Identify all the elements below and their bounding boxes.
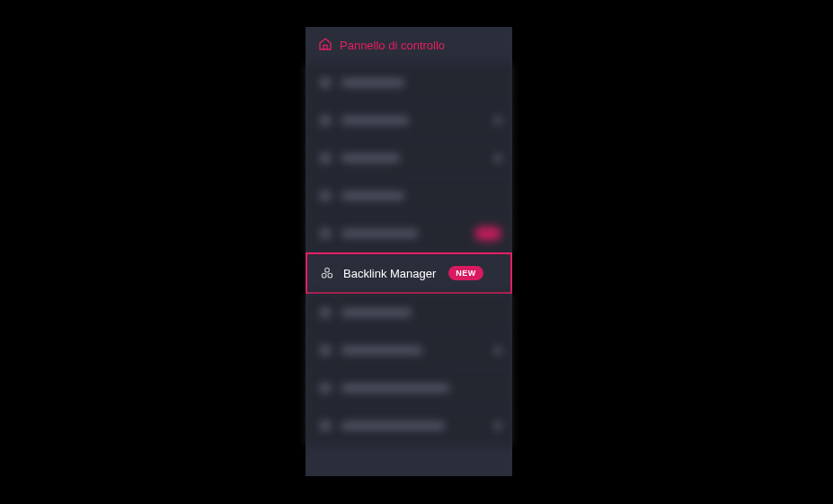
sidebar-item-label [341, 308, 412, 317]
svg-point-0 [325, 268, 330, 272]
sidebar-item-label [341, 191, 404, 200]
generic-icon [318, 419, 332, 433]
sidebar-item-label [341, 116, 409, 125]
sidebar-item-label [341, 154, 400, 163]
sidebar-item-blurred[interactable] [306, 177, 512, 215]
sidebar-home-label: Pannello di controllo [340, 39, 445, 52]
svg-point-2 [328, 273, 332, 278]
chevron-icon [494, 154, 501, 163]
svg-point-1 [322, 273, 326, 278]
generic-icon [318, 189, 332, 203]
generic-icon [318, 305, 332, 320]
sidebar-item-blurred[interactable] [306, 139, 512, 177]
new-badge [474, 226, 501, 241]
sidebar-item-blurred[interactable] [306, 369, 512, 407]
generic-icon [318, 75, 332, 90]
sidebar-home-link[interactable]: Pannello di controllo [306, 27, 512, 64]
sidebar-item-blurred[interactable] [306, 215, 512, 252]
sidebar-item-backlink-manager[interactable]: Backlink Manager NEW [306, 252, 512, 294]
sidebar-item-label [341, 384, 449, 393]
sidebar-navigation: Pannello di controllo Backlink Manager N… [306, 27, 512, 476]
link-chain-icon [320, 266, 334, 280]
new-badge: NEW [448, 266, 483, 280]
sidebar-item-blurred[interactable] [306, 64, 512, 102]
sidebar-item-blurred[interactable] [306, 407, 512, 445]
sidebar-item-label [341, 78, 404, 87]
sidebar-item-blurred[interactable] [306, 332, 512, 369]
generic-icon [318, 381, 332, 395]
sidebar-item-blurred[interactable] [306, 102, 512, 139]
generic-icon [318, 343, 332, 358]
sidebar-item-label [341, 421, 445, 430]
sidebar-item-label [341, 346, 422, 355]
chevron-icon [494, 346, 501, 355]
sidebar-item-blurred[interactable] [306, 294, 512, 332]
chevron-icon [494, 421, 501, 430]
generic-icon [318, 151, 332, 165]
chevron-icon [494, 116, 501, 125]
home-icon [318, 37, 332, 54]
generic-icon [318, 226, 332, 241]
generic-icon [318, 113, 332, 128]
sidebar-item-label [341, 229, 418, 238]
sidebar-item-label: Backlink Manager [343, 267, 436, 280]
